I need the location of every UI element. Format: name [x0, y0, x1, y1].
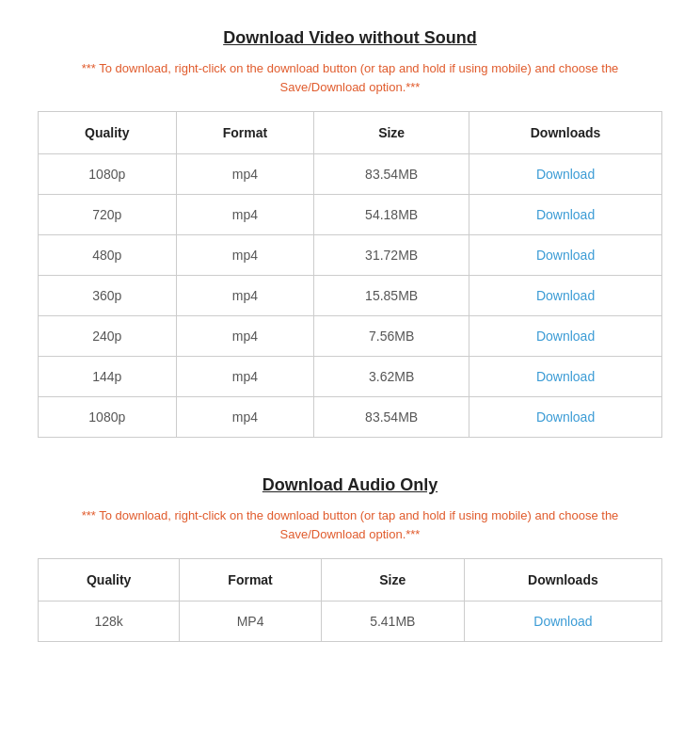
table-row: 480p mp4 31.72MB Download: [39, 235, 662, 276]
video-download-cell[interactable]: Download: [469, 316, 662, 357]
video-download-cell[interactable]: Download: [469, 195, 662, 235]
audio-format-cell: MP4: [180, 602, 321, 642]
audio-section: Download Audio Only *** To download, rig…: [38, 475, 662, 642]
audio-notice: *** To download, right-click on the down…: [38, 506, 662, 543]
video-size-cell: 3.62MB: [314, 357, 469, 397]
video-download-cell[interactable]: Download: [469, 357, 662, 397]
video-size-cell: 15.85MB: [314, 276, 469, 316]
video-download-cell[interactable]: Download: [469, 397, 662, 438]
video-format-cell: mp4: [176, 357, 314, 397]
table-row: 144p mp4 3.62MB Download: [39, 357, 662, 397]
video-section-title: Download Video without Sound: [38, 28, 662, 48]
video-download-link[interactable]: Download: [536, 409, 595, 425]
audio-size-cell: 5.41MB: [321, 602, 464, 642]
video-section: Download Video without Sound *** To down…: [38, 28, 662, 438]
audio-col-quality: Quality: [39, 559, 180, 602]
video-download-link[interactable]: Download: [536, 248, 595, 263]
video-download-cell[interactable]: Download: [469, 235, 662, 276]
audio-table-header-row: Quality Format Size Downloads: [39, 559, 662, 602]
video-col-format: Format: [176, 112, 314, 154]
video-table: Quality Format Size Downloads 1080p mp4 …: [38, 111, 662, 438]
audio-download-cell[interactable]: Download: [464, 602, 661, 642]
video-table-header-row: Quality Format Size Downloads: [39, 112, 662, 154]
video-download-link[interactable]: Download: [536, 167, 595, 182]
video-quality-cell: 720p: [39, 195, 177, 235]
audio-col-format: Format: [180, 559, 321, 602]
table-row: 1080p mp4 83.54MB Download: [39, 397, 662, 438]
video-notice: *** To download, right-click on the down…: [38, 59, 662, 96]
audio-section-title: Download Audio Only: [38, 475, 662, 495]
video-download-cell[interactable]: Download: [469, 154, 662, 195]
video-col-quality: Quality: [39, 112, 177, 154]
video-format-cell: mp4: [176, 235, 314, 276]
video-format-cell: mp4: [176, 397, 314, 438]
table-row: 1080p mp4 83.54MB Download: [39, 154, 662, 195]
table-row: 360p mp4 15.85MB Download: [39, 276, 662, 316]
video-download-link[interactable]: Download: [536, 207, 595, 222]
video-download-link[interactable]: Download: [536, 329, 595, 344]
audio-col-downloads: Downloads: [464, 559, 661, 602]
video-format-cell: mp4: [176, 195, 314, 235]
video-format-cell: mp4: [176, 276, 314, 316]
video-size-cell: 31.72MB: [314, 235, 469, 276]
video-size-cell: 83.54MB: [314, 397, 469, 438]
video-quality-cell: 1080p: [39, 397, 177, 438]
video-download-link[interactable]: Download: [536, 369, 595, 384]
video-quality-cell: 144p: [39, 357, 177, 397]
audio-download-link[interactable]: Download: [533, 614, 592, 629]
video-quality-cell: 240p: [39, 316, 177, 357]
audio-table: Quality Format Size Downloads 128k MP4 5…: [38, 558, 662, 642]
video-download-link[interactable]: Download: [536, 288, 595, 303]
video-quality-cell: 360p: [39, 276, 177, 316]
video-size-cell: 83.54MB: [314, 154, 469, 195]
video-col-downloads: Downloads: [469, 112, 662, 154]
video-quality-cell: 480p: [39, 235, 177, 276]
table-row: 720p mp4 54.18MB Download: [39, 195, 662, 235]
video-size-cell: 7.56MB: [314, 316, 469, 357]
table-row: 128k MP4 5.41MB Download: [39, 602, 662, 642]
video-size-cell: 54.18MB: [314, 195, 469, 235]
video-col-size: Size: [314, 112, 469, 154]
video-format-cell: mp4: [176, 154, 314, 195]
video-format-cell: mp4: [176, 316, 314, 357]
video-download-cell[interactable]: Download: [469, 276, 662, 316]
audio-quality-cell: 128k: [39, 602, 180, 642]
video-quality-cell: 1080p: [39, 154, 177, 195]
table-row: 240p mp4 7.56MB Download: [39, 316, 662, 357]
audio-col-size: Size: [321, 559, 464, 602]
